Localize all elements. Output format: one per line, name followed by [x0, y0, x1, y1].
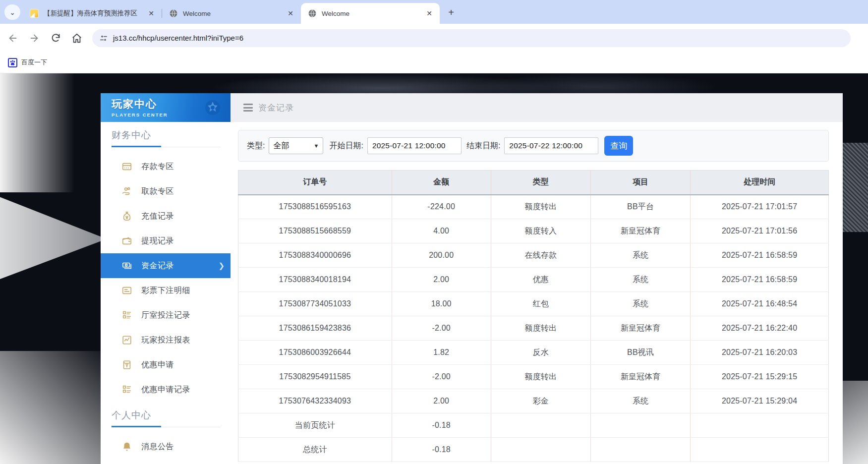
hamburger-icon[interactable] — [243, 104, 253, 112]
table-cell: 2025-07-21 16:58:59 — [691, 243, 829, 268]
page-title: 资金记录 — [258, 102, 294, 114]
money-bag-icon — [121, 211, 132, 222]
table-cell: 系统 — [591, 268, 691, 292]
table-cell: -0.18 — [392, 413, 491, 438]
reload-button[interactable] — [47, 30, 64, 47]
baidu-paw-icon — [8, 58, 17, 67]
background-corner-light — [0, 351, 114, 464]
tab-close-icon[interactable]: ✕ — [424, 8, 435, 19]
tab-title: 【新提醒】海燕体育预测推荐区 — [44, 9, 143, 18]
note-yellow-icon — [30, 9, 39, 18]
bank-card-icon — [121, 161, 132, 172]
background-texture-band — [843, 143, 868, 232]
select-chevron-icon: ▼ — [314, 143, 319, 149]
wallet-icon — [121, 235, 132, 246]
sidebar-item-存款专区[interactable]: 存款专区 — [101, 154, 231, 179]
tab-title: Welcome — [183, 10, 282, 17]
background-triangle — [0, 190, 107, 279]
chevron-down-icon: ⌄ — [9, 8, 15, 16]
column-header: 类型 — [491, 171, 590, 195]
red-packet-icon — [121, 359, 132, 370]
table-cell: 18.00 — [392, 292, 491, 316]
sidebar-item-消息公告[interactable]: 消息公告 — [101, 434, 231, 459]
table-cell: BB平台 — [591, 195, 691, 219]
sidebar-item-提现记录[interactable]: 提现记录 — [101, 229, 231, 253]
table-cell: 系统 — [591, 389, 691, 413]
table-cell: 2025-07-21 16:22:40 — [691, 316, 829, 341]
site-info-icon[interactable] — [99, 34, 108, 43]
browser-tab-1[interactable]: Welcome✕ — [162, 3, 301, 24]
section-title: 财务中心 — [112, 128, 226, 143]
sidebar-item-取款专区[interactable]: 取款专区 — [101, 179, 231, 204]
browser-tab-2[interactable]: Welcome✕ — [301, 3, 440, 24]
browser-window: ⌄ 【新提醒】海燕体育预测推荐区✕Welcome✕Welcome✕ + js13… — [0, 0, 868, 464]
new-tab-button[interactable]: + — [445, 6, 458, 19]
url-bar[interactable]: js13.cc/hhcp/usercenter.html?iniType=6 — [92, 29, 851, 47]
table-cell — [691, 413, 829, 438]
main-content: 类型: 全部 ▼ 开始日期: 2025-07-21 12:00:00 结束日期:… — [231, 122, 843, 462]
sidebar-item-label: 提现记录 — [141, 236, 174, 246]
table-cell: 1753088340000696 — [238, 243, 392, 268]
forward-arrow-icon — [29, 33, 40, 44]
tab-close-icon[interactable]: ✕ — [285, 8, 296, 19]
column-header: 订单号 — [238, 171, 392, 195]
sidebar-item-厅室投注记录[interactable]: 厅室投注记录 — [101, 303, 231, 328]
bookmark-label: 百度一下 — [21, 58, 47, 67]
back-button[interactable] — [4, 30, 21, 47]
table-cell: 1.82 — [392, 341, 491, 365]
start-date-input[interactable]: 2025-07-21 12:00:00 — [367, 137, 462, 154]
sidebar-item-优惠申请记录[interactable]: 优惠申请记录 — [101, 377, 231, 402]
web-page: 玩家中心 PLAYERS CENTER 财务中心存款专区取款专区充值记录提现记录… — [0, 73, 868, 464]
table-cell: 4.00 — [392, 219, 491, 243]
table-cell: 200.00 — [392, 243, 491, 268]
table-row: 17530885156685594.00额度转入新皇冠体育2025-07-21 … — [238, 219, 829, 243]
list-icon — [121, 310, 132, 321]
sidebar-item-label: 充值记录 — [141, 211, 174, 222]
start-date-label: 开始日期: — [329, 141, 363, 151]
home-icon — [71, 33, 82, 44]
globe-icon — [169, 9, 178, 18]
table-cell: 1753082954911585 — [238, 365, 392, 389]
tab-search-button[interactable]: ⌄ — [4, 4, 20, 20]
table-row: 175308773405103318.00红包系统2025-07-21 16:4… — [238, 292, 829, 316]
home-button[interactable] — [68, 30, 85, 47]
sidebar-item-资金记录[interactable]: 资金记录❯ — [101, 253, 231, 278]
table-cell — [491, 438, 590, 462]
sidebar-menu: 财务中心存款专区取款专区充值记录提现记录资金记录❯彩票下注明细厅室投注记录玩家投… — [101, 122, 231, 459]
sidebar-item-玩家投注报表[interactable]: 玩家投注报表 — [101, 328, 231, 352]
table-cell: 1753086159423836 — [238, 316, 392, 341]
table-cell: 反水 — [491, 341, 590, 365]
tab-title: Welcome — [322, 10, 421, 17]
type-select[interactable]: 全部 ▼ — [269, 137, 323, 154]
table-cell: 1753076432334093 — [238, 389, 392, 413]
table-cell: -224.00 — [392, 195, 491, 219]
tab-strip: ⌄ 【新提醒】海燕体育预测推荐区✕Welcome✕Welcome✕ + — [0, 0, 868, 24]
chevron-right-icon: ❯ — [218, 261, 225, 270]
table-row: 当前页统计-0.18 — [238, 413, 829, 438]
table-cell: 2025-07-21 17:01:56 — [691, 219, 829, 243]
end-date-input[interactable]: 2025-07-22 12:00:00 — [504, 137, 598, 154]
end-date-label: 结束日期: — [466, 141, 500, 151]
table-cell: 系统 — [591, 243, 691, 268]
sidebar-item-彩票下注明细[interactable]: 彩票下注明细 — [101, 278, 231, 303]
table-cell: 2025-07-21 15:29:04 — [691, 389, 829, 413]
table-cell: 新皇冠体育 — [591, 316, 691, 341]
browser-tab-0[interactable]: 【新提醒】海燕体育预测推荐区✕ — [23, 3, 162, 24]
query-button[interactable]: 查询 — [604, 136, 633, 156]
table-cell: 额度转入 — [491, 219, 590, 243]
sidebar-item-优惠申请[interactable]: 优惠申请 — [101, 352, 231, 377]
section-divider — [112, 146, 221, 147]
table-cell: 彩金 — [491, 389, 590, 413]
table-row: 1753088516595163-224.00额度转出BB平台2025-07-2… — [238, 195, 829, 219]
url-text: js13.cc/hhcp/usercenter.html?iniType=6 — [113, 34, 243, 42]
sidebar-item-充值记录[interactable]: 充值记录 — [101, 204, 231, 229]
bookmark-baidu[interactable]: 百度一下 — [8, 58, 47, 67]
sidebar-item-label: 取款专区 — [141, 186, 174, 197]
reload-icon — [51, 33, 61, 43]
tab-close-icon[interactable]: ✕ — [146, 8, 157, 19]
banknotes-icon — [121, 260, 132, 271]
table-header-row: 订单号金额类型项目处理时间 — [238, 171, 829, 195]
report-chart-icon — [121, 335, 132, 346]
table-cell: 总统计 — [238, 438, 392, 462]
forward-button[interactable] — [26, 30, 43, 47]
